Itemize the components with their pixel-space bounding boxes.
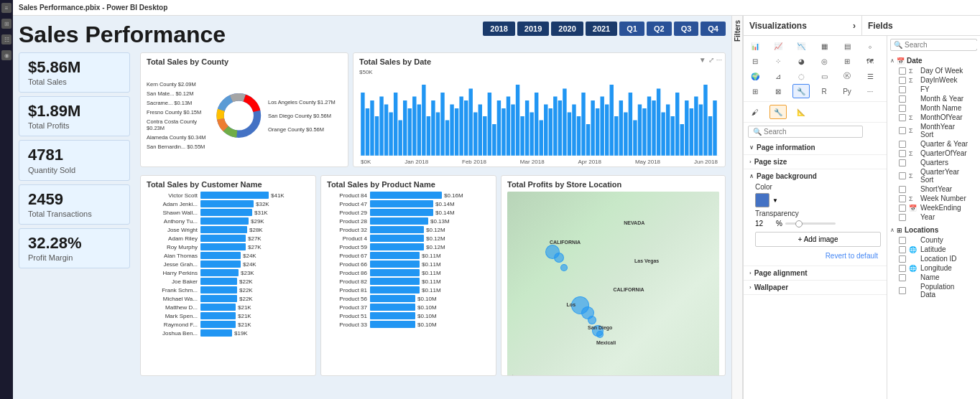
tab-visualizations[interactable]: Visualizations ›: [744, 16, 862, 35]
field-item-monthofyear[interactable]: ΣMonthOfYear: [890, 113, 977, 122]
checkbox-monthyear-sort[interactable]: [899, 127, 906, 134]
viz-icon-100pct[interactable]: ▤: [838, 39, 856, 53]
field-item-name[interactable]: Name: [890, 273, 977, 282]
page-size-header[interactable]: › Page size: [749, 158, 881, 166]
viz-icon-analytics[interactable]: 📐: [792, 105, 810, 119]
checkbox-population[interactable]: [899, 287, 906, 294]
field-item-weekending[interactable]: 📅WeekEnding: [890, 203, 977, 212]
viz-icon-format-active[interactable]: 🔧: [769, 105, 787, 119]
checkbox-quarterofyear[interactable]: [899, 150, 906, 157]
color-dropdown-arrow[interactable]: ▼: [772, 197, 778, 204]
field-item-quarterofyear[interactable]: ΣQuarterOfYear: [890, 149, 977, 158]
sidebar-icon-1[interactable]: ≡: [1, 3, 11, 13]
sidebar-icon-4[interactable]: ◉: [1, 50, 11, 60]
color-picker-box[interactable]: [755, 193, 769, 207]
viz-search-input[interactable]: [764, 128, 858, 136]
viz-icon-py[interactable]: Py: [838, 84, 856, 98]
field-item-week-number[interactable]: ΣWeek Number: [890, 194, 977, 203]
q4-button[interactable]: Q4: [701, 22, 726, 36]
checkbox-weekending[interactable]: [899, 205, 906, 212]
checkbox-county[interactable]: [899, 237, 906, 244]
revert-to-default-button[interactable]: Revert to default: [755, 249, 881, 263]
year-2019-button[interactable]: 2019: [517, 22, 549, 36]
checkbox-quarteryear-sort[interactable]: [899, 172, 906, 179]
checkbox-shortyear[interactable]: [899, 186, 906, 193]
viz-icon-stack-bar[interactable]: ▦: [815, 39, 833, 53]
checkbox-year[interactable]: [899, 214, 906, 221]
tab-fields[interactable]: Fields: [862, 16, 980, 35]
add-image-button[interactable]: + Add image: [755, 232, 881, 247]
checkbox-dayinweek[interactable]: [899, 77, 906, 84]
q2-button[interactable]: Q2: [647, 22, 672, 36]
field-item-month-year[interactable]: Month & Year: [890, 94, 977, 103]
checkbox-latitude[interactable]: [899, 246, 906, 253]
field-section-locations-header[interactable]: ∧ ⊞ Locations: [890, 225, 977, 235]
viz-icon-card[interactable]: ▭: [815, 69, 833, 83]
field-item-quarteryear-sort[interactable]: ΣQuarterYear Sort: [890, 167, 977, 184]
field-item-year[interactable]: Year: [890, 212, 977, 222]
viz-icon-matrix[interactable]: ⊠: [769, 84, 787, 98]
viz-icon-r[interactable]: R: [815, 84, 833, 98]
viz-icon-gauge[interactable]: ◌: [792, 69, 810, 83]
viz-icon-area[interactable]: 📉: [792, 39, 810, 53]
fields-search-input[interactable]: [905, 41, 980, 49]
viz-icon-pie[interactable]: ◕: [792, 54, 810, 68]
field-item-quarter-year[interactable]: Quarter & Year: [890, 139, 977, 149]
filter-icon[interactable]: ▼: [699, 56, 706, 64]
page-information-header[interactable]: ∨ Page information: [749, 144, 881, 151]
checkbox-month-year[interactable]: [899, 95, 906, 103]
viz-icon-ribbon[interactable]: ⬦: [861, 39, 879, 53]
checkbox-month-name[interactable]: [899, 105, 906, 112]
checkbox-longitude[interactable]: [899, 265, 906, 272]
more-icon[interactable]: ···: [716, 56, 722, 64]
expand-icon[interactable]: ⤢: [708, 56, 714, 64]
field-item-population[interactable]: Population Data: [890, 282, 977, 299]
viz-icon-slicer[interactable]: ☰: [861, 69, 879, 83]
viz-icon-scatter[interactable]: ⁘: [769, 54, 787, 68]
viz-icon-treemap[interactable]: ⊞: [838, 54, 856, 68]
q3-button[interactable]: Q3: [674, 22, 699, 36]
sidebar-icon-2[interactable]: ⊞: [1, 19, 11, 29]
page-background-header[interactable]: ∧ Page background: [749, 172, 881, 180]
checkbox-fy[interactable]: [899, 86, 906, 93]
viz-icon-funnel[interactable]: ⊿: [769, 69, 787, 83]
viz-icon-line[interactable]: 📈: [769, 39, 787, 53]
field-item-county[interactable]: County: [890, 235, 977, 245]
viz-icon-table[interactable]: ⊞: [746, 84, 764, 98]
page-alignment-header[interactable]: › Page alignment: [749, 269, 881, 277]
field-section-date-header[interactable]: ∧ 📅 Date: [890, 55, 977, 66]
checkbox-monthofyear[interactable]: [899, 114, 906, 121]
viz-icon-kpi[interactable]: Ⓚ: [838, 69, 856, 83]
field-item-quarters[interactable]: Quarters: [890, 158, 977, 167]
viz-icon-active[interactable]: 🔧: [792, 84, 810, 98]
checkbox-quarter-year[interactable]: [899, 141, 906, 148]
field-item-location-id[interactable]: Location ID: [890, 254, 977, 263]
year-2020-button[interactable]: 2020: [551, 22, 583, 36]
checkbox-quarters[interactable]: [899, 159, 906, 166]
checkbox-name[interactable]: [899, 274, 906, 281]
viz-icon-format[interactable]: 🖌: [746, 105, 764, 119]
field-item-latitude[interactable]: 🌐Latitude: [890, 245, 977, 254]
field-item-shortyear[interactable]: ShortYear: [890, 184, 977, 194]
checkbox-week-number[interactable]: [899, 195, 906, 202]
field-item-month-name[interactable]: Month Name: [890, 103, 977, 113]
field-item-longitude[interactable]: 🌐Longitude: [890, 263, 977, 273]
field-item-monthyear-sort[interactable]: ΣMonthYear Sort: [890, 122, 977, 139]
checkbox-dayofweek[interactable]: [899, 67, 906, 75]
year-2018-button[interactable]: 2018: [483, 22, 514, 36]
transparency-slider[interactable]: [785, 222, 836, 225]
field-item-fy[interactable]: FY: [890, 85, 977, 94]
year-2021-button[interactable]: 2021: [586, 22, 617, 36]
viz-icon-bar[interactable]: 📊: [746, 39, 764, 53]
viz-icon-filled-map[interactable]: 🌍: [746, 69, 764, 83]
sidebar-icon-3[interactable]: ☷: [1, 34, 11, 44]
viz-icon-donut[interactable]: ◎: [815, 54, 833, 68]
viz-icon-map[interactable]: 🗺: [861, 54, 879, 68]
checkbox-location-id[interactable]: [899, 255, 906, 263]
field-item-dayinweek[interactable]: ΣDayInWeek: [890, 75, 977, 85]
field-item-dayofweek[interactable]: ΣDay Of Week: [890, 66, 977, 75]
wallpaper-header[interactable]: › Wallpaper: [749, 283, 881, 291]
viz-icon-more[interactable]: ···: [861, 84, 879, 98]
viz-icon-waterfall[interactable]: ⊟: [746, 54, 764, 68]
q1-button[interactable]: Q1: [619, 22, 644, 36]
